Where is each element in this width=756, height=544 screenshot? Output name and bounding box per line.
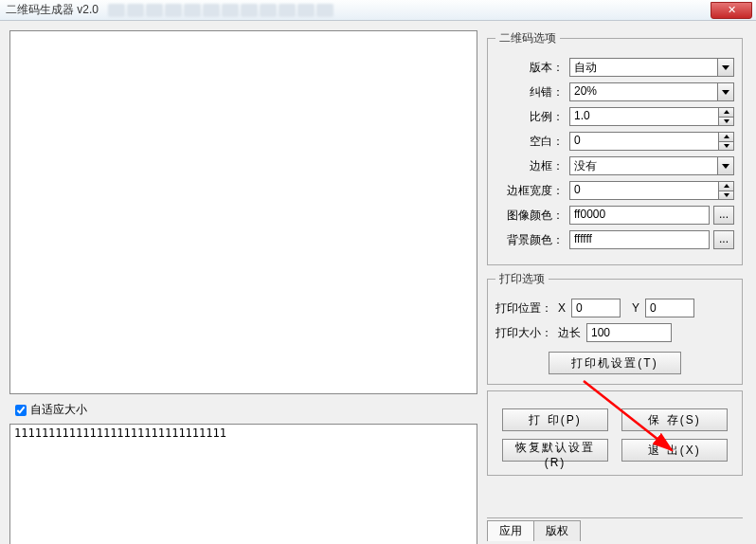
print-size-label: 打印大小：: [495, 325, 552, 341]
print-x-input[interactable]: [571, 299, 621, 317]
autosize-row: 自适应大小: [9, 402, 477, 418]
window-title: 二维码生成器 v2.0: [6, 2, 99, 18]
spin-down-icon[interactable]: [719, 142, 734, 152]
spin-down-icon[interactable]: [719, 191, 734, 201]
fg-color-picker-button[interactable]: ...: [713, 206, 734, 225]
ec-label: 纠错：: [495, 84, 564, 100]
tab-app[interactable]: 应用: [487, 520, 534, 541]
autosize-label: 自适应大小: [30, 402, 87, 418]
spin-up-icon[interactable]: [719, 132, 734, 142]
margin-value[interactable]: 0: [569, 132, 719, 151]
titlebar: 二维码生成器 v2.0 ✕: [0, 0, 756, 21]
ec-combo[interactable]: 20%: [569, 82, 734, 101]
fg-color-input[interactable]: ff0000: [569, 206, 710, 225]
print-pos-label: 打印位置：: [495, 300, 552, 317]
toolbar-blur: [108, 4, 333, 17]
save-button[interactable]: 保 存(S): [621, 408, 728, 431]
exit-button[interactable]: 退 出(X): [621, 439, 728, 462]
autosize-checkbox[interactable]: [15, 405, 27, 416]
bg-color-label: 背景颜色：: [495, 232, 564, 248]
qr-options-legend: 二维码选项: [495, 30, 560, 46]
scale-label: 比例：: [495, 109, 564, 125]
scale-value[interactable]: 1.0: [569, 107, 719, 126]
actions-group: 打 印(P) 保 存(S) 恢复默认设置(R) 退 出(X): [487, 390, 743, 476]
border-width-label: 边框宽度：: [495, 183, 564, 199]
print-button[interactable]: 打 印(P): [502, 408, 608, 431]
bg-color-picker-button[interactable]: ...: [713, 230, 734, 249]
chevron-down-icon[interactable]: [718, 156, 734, 175]
ec-value[interactable]: 20%: [569, 82, 718, 101]
border-width-spin[interactable]: 0: [569, 181, 734, 200]
left-pane: 自适应大小 1111111111111111111111111111111: [9, 30, 477, 540]
fg-color-label: 图像颜色：: [495, 208, 564, 224]
print-side-input[interactable]: [586, 323, 672, 342]
chevron-down-icon[interactable]: [718, 82, 734, 101]
spin-up-icon[interactable]: [719, 107, 734, 118]
content-textarea[interactable]: 1111111111111111111111111111111: [9, 424, 477, 544]
print-y-input[interactable]: [645, 299, 694, 317]
version-value[interactable]: 自动: [569, 58, 718, 77]
qr-options-group: 二维码选项 版本： 自动 纠错： 20% 比例： 1.0: [487, 30, 743, 265]
print-options-group: 打印选项 打印位置： X Y 打印大小： 边长 打印机设置(T): [487, 271, 743, 385]
border-width-value[interactable]: 0: [569, 181, 719, 200]
border-combo[interactable]: 没有: [569, 156, 734, 175]
tab-copyright[interactable]: 版权: [533, 520, 581, 541]
qr-preview: [9, 30, 477, 394]
print-options-legend: 打印选项: [495, 271, 549, 287]
right-pane: 二维码选项 版本： 自动 纠错： 20% 比例： 1.0: [487, 30, 743, 540]
print-side-label: 边长: [558, 325, 581, 341]
bg-color-input[interactable]: ffffff: [569, 230, 710, 249]
reset-defaults-button[interactable]: 恢复默认设置(R): [502, 439, 608, 462]
border-value[interactable]: 没有: [569, 156, 718, 175]
print-x-label: X: [558, 301, 566, 315]
margin-spin[interactable]: 0: [569, 132, 734, 151]
printer-settings-button[interactable]: 打印机设置(T): [549, 352, 681, 374]
print-y-label: Y: [632, 301, 639, 315]
version-label: 版本：: [495, 60, 564, 76]
client-area: 自适应大小 1111111111111111111111111111111 二维…: [0, 21, 756, 544]
tab-strip: 应用 版权: [487, 517, 743, 540]
version-combo[interactable]: 自动: [569, 58, 734, 77]
chevron-down-icon[interactable]: [718, 58, 734, 77]
close-button[interactable]: ✕: [711, 2, 752, 19]
spin-down-icon[interactable]: [719, 118, 734, 127]
spin-up-icon[interactable]: [719, 181, 734, 191]
scale-spin[interactable]: 1.0: [569, 107, 734, 126]
border-label: 边框：: [495, 158, 564, 174]
margin-label: 空白：: [495, 134, 564, 150]
